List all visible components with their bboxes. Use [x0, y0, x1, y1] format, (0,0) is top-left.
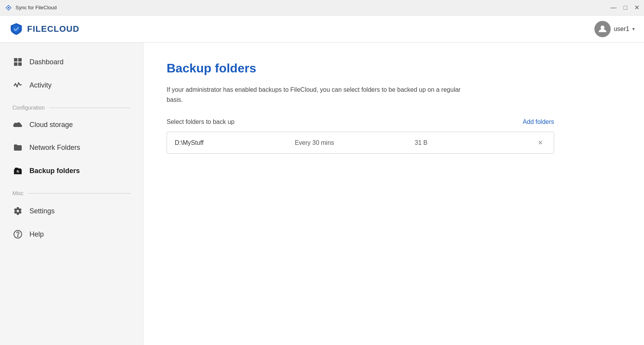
user-name: user1 — [614, 26, 629, 33]
person-icon — [598, 24, 607, 34]
svg-point-3 — [601, 26, 604, 29]
window-controls: — □ ✕ — [610, 5, 639, 11]
dashboard-icon — [12, 57, 23, 67]
network-folders-icon — [12, 143, 23, 152]
sidebar: Dashboard Activity Configuration — [0, 43, 143, 345]
minimize-button[interactable]: — — [610, 5, 616, 11]
sidebar-item-settings[interactable]: Settings — [0, 199, 143, 223]
user-menu[interactable]: user1 ▾ — [594, 21, 635, 37]
maximize-button[interactable]: □ — [623, 5, 627, 11]
folder-interval: Every 30 mins — [295, 139, 415, 146]
select-folders-label: Select folders to back up — [167, 118, 234, 125]
main-layout: Dashboard Activity Configuration — [0, 43, 644, 345]
cloud-storage-icon — [12, 121, 23, 129]
sidebar-section-misc: Misc — [0, 182, 143, 199]
filecloud-logo-icon — [9, 22, 23, 36]
sidebar-item-network-folders[interactable]: Network Folders — [0, 136, 143, 159]
window-title: Sync for FileCloud — [15, 5, 610, 10]
svg-rect-7 — [18, 62, 22, 66]
sidebar-label-activity: Activity — [29, 81, 52, 89]
sidebar-item-dashboard[interactable]: Dashboard — [0, 50, 143, 74]
logo-area: FILECLOUD — [9, 22, 79, 36]
folder-path: D:\MyStuff — [175, 139, 295, 146]
sidebar-label-settings: Settings — [29, 207, 55, 215]
help-icon — [12, 230, 23, 239]
logo-text: FILECLOUD — [27, 24, 79, 34]
svg-rect-6 — [14, 62, 17, 66]
title-bar: Sync for FileCloud — □ ✕ — [0, 0, 644, 15]
sidebar-item-help[interactable]: Help — [0, 223, 143, 246]
sidebar-section-configuration: Configuration — [0, 97, 143, 114]
sidebar-item-cloud-storage[interactable]: Cloud storage — [0, 114, 143, 136]
folder-size: 31 B — [415, 139, 535, 146]
close-button[interactable]: ✕ — [634, 5, 639, 11]
page-title: Backup folders — [167, 61, 621, 76]
folders-table: D:\MyStuff Every 30 mins 31 B ✕ — [167, 132, 554, 154]
user-avatar — [594, 21, 611, 37]
activity-icon — [12, 81, 23, 90]
page-description: If your administrator has enabled backup… — [167, 85, 477, 105]
svg-point-11 — [17, 236, 18, 237]
app-container: FILECLOUD user1 ▾ — [0, 15, 644, 345]
app-header: FILECLOUD user1 ▾ — [0, 15, 644, 43]
sidebar-label-backup-folders: Backup folders — [29, 167, 80, 175]
sidebar-label-help: Help — [29, 230, 44, 239]
sidebar-label-network-folders: Network Folders — [29, 144, 80, 152]
app-icon — [5, 4, 12, 12]
folders-header: Select folders to back up Add folders — [167, 118, 554, 125]
backup-folders-icon — [12, 166, 23, 175]
sidebar-label-cloud-storage: Cloud storage — [29, 121, 73, 129]
remove-folder-button[interactable]: ✕ — [535, 139, 546, 146]
add-folders-button[interactable]: Add folders — [523, 118, 554, 125]
sidebar-item-backup-folders[interactable]: Backup folders — [0, 159, 143, 182]
svg-rect-5 — [18, 58, 22, 62]
sidebar-item-activity[interactable]: Activity — [0, 74, 143, 97]
sidebar-label-dashboard: Dashboard — [29, 58, 64, 66]
user-chevron-icon: ▾ — [632, 26, 635, 32]
settings-icon — [12, 206, 23, 216]
svg-rect-4 — [14, 58, 17, 62]
content-area: Backup folders If your administrator has… — [143, 43, 644, 345]
table-row: D:\MyStuff Every 30 mins 31 B ✕ — [167, 132, 554, 153]
